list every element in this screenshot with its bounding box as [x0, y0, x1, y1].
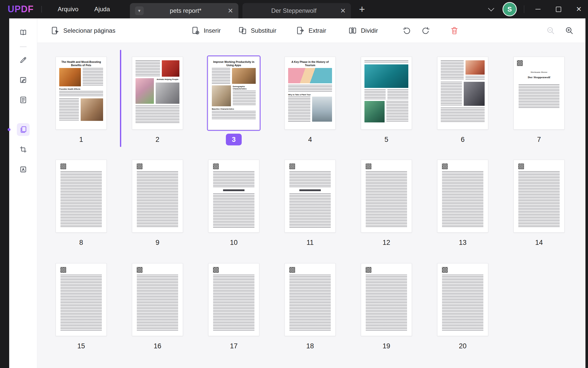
thumb-image: [464, 82, 485, 106]
menu-ajuda[interactable]: Ajuda: [94, 6, 110, 13]
zoom-in-button[interactable]: [565, 26, 574, 35]
thumb-text-lines: [289, 275, 331, 330]
page-cell-5: 5: [361, 57, 412, 145]
thumb-image: [465, 60, 485, 75]
rotate-right-button[interactable]: [421, 26, 430, 35]
sidebar-item-form[interactable]: [17, 94, 30, 106]
extract-button[interactable]: Extrair: [296, 26, 326, 35]
thumb-text-lines: [212, 111, 256, 119]
page-cell-9: 9: [132, 160, 183, 248]
tab-close-icon[interactable]: ✕: [340, 7, 346, 14]
thumb-image: [156, 83, 179, 104]
page-thumbnail[interactable]: [285, 263, 336, 336]
page-number: 14: [531, 237, 547, 248]
page-thumbnail[interactable]: Animals Helping People: [132, 57, 183, 130]
form-icon: [19, 96, 27, 104]
page-cell-8: 8: [56, 160, 107, 248]
tab-pets-report[interactable]: ▾ pets report* ✕: [130, 3, 238, 18]
split-button[interactable]: Dividir: [348, 26, 378, 35]
page-number: 11: [302, 237, 318, 248]
qr-code: [442, 267, 448, 273]
thumb-text-lines: [136, 106, 179, 123]
new-tab-button[interactable]: +: [359, 4, 365, 14]
thumb-image: [364, 64, 408, 88]
qr-code: [60, 164, 66, 169]
tab-close-icon[interactable]: ✕: [228, 7, 233, 14]
tab-dropdown-icon[interactable]: ▾: [135, 6, 144, 15]
page-number: 10: [226, 237, 242, 248]
reader-icon: [19, 28, 27, 37]
page-thumbnail[interactable]: [437, 160, 488, 233]
sidebar-item-annotate[interactable]: [17, 54, 30, 66]
page-number: 12: [378, 237, 394, 248]
titlebar: UPDF Arquivo Ajuda ▾ pets report* ✕ Der …: [0, 0, 588, 18]
page-number: 6: [455, 134, 471, 145]
minimize-button[interactable]: [531, 3, 545, 16]
sidebar-item-edit[interactable]: [17, 74, 30, 86]
page-thumbnail[interactable]: [132, 160, 183, 233]
qr-code: [518, 164, 524, 169]
menu-arquivo[interactable]: Arquivo: [58, 6, 78, 13]
select-pages-icon: [51, 26, 59, 35]
thumbnail-row: The Health and Mood-Boosting Benefits of…: [56, 57, 565, 145]
page-thumbnail[interactable]: [361, 57, 412, 130]
thumb-image: [59, 68, 81, 86]
page-thumbnail[interactable]: [361, 263, 412, 336]
insert-button[interactable]: Inserir: [191, 26, 221, 35]
qr-code: [289, 164, 295, 169]
user-avatar[interactable]: S: [503, 2, 517, 16]
page-cell-15: 15: [56, 263, 107, 352]
page-thumbnail[interactable]: [285, 160, 336, 233]
page-thumbnail[interactable]: [437, 57, 488, 130]
rotate-left-button[interactable]: [402, 26, 411, 35]
thumb-heading-bar: [223, 189, 244, 191]
page-thumbnail[interactable]: Hermann Hesse Der Steppenwolf: [513, 57, 565, 130]
page-thumbnail[interactable]: [208, 263, 259, 336]
sidebar-item-reader[interactable]: [17, 26, 30, 39]
select-pages-button[interactable]: Selecionar páginas: [51, 26, 115, 35]
thumb-text-lines: [212, 68, 230, 84]
thumb-heading-bar: [299, 189, 321, 191]
titlebar-separator: [524, 5, 524, 13]
qr-code: [213, 164, 219, 169]
pages-grid: The Health and Mood-Boosting Benefits of…: [37, 43, 585, 368]
close-button[interactable]: ✕: [572, 3, 585, 16]
qr-code: [517, 60, 523, 66]
page-thumbnail[interactable]: Improve Working Productivity in Using Ap…: [208, 57, 259, 130]
page-thumbnail[interactable]: [208, 160, 259, 233]
thumb-subhead: Why to Take a Plant Tour: [288, 94, 332, 96]
replace-button[interactable]: Substituir: [238, 26, 276, 35]
thumb-text-lines: [289, 193, 331, 228]
page-thumbnail[interactable]: [361, 160, 412, 233]
page-cell-16: 16: [132, 263, 183, 352]
sidebar-item-crop[interactable]: [17, 143, 30, 156]
page-number: 15: [73, 340, 89, 352]
page-thumbnail[interactable]: A Key Phase in the History of Tourism Wh…: [285, 57, 336, 130]
thumb-text-lines: [465, 76, 485, 80]
qr-code: [366, 164, 371, 169]
page-number: 1: [73, 134, 89, 145]
page-cell-14: 14: [513, 160, 565, 248]
page-thumbnail[interactable]: [56, 160, 107, 233]
sidebar-item-organize-pages[interactable]: [17, 123, 30, 136]
sidebar-item-ocr[interactable]: [17, 163, 30, 176]
ocr-icon: [19, 165, 27, 174]
page-thumbnail[interactable]: [513, 160, 565, 233]
zoom-out-button[interactable]: [546, 26, 555, 35]
replace-page-icon: [238, 26, 247, 35]
delete-pages-button[interactable]: [450, 26, 459, 35]
thumb-image: [288, 68, 332, 83]
thumb-subhead: Demographic Characteristics: [233, 85, 256, 90]
page-number: 2: [150, 134, 165, 145]
page-thumbnail[interactable]: [132, 263, 183, 336]
tab-der-steppenwolf[interactable]: Der Steppenwolf ✕: [242, 3, 351, 18]
page-thumbnail[interactable]: The Health and Mood-Boosting Benefits of…: [56, 57, 107, 130]
page-thumbnail[interactable]: [56, 263, 107, 336]
chevron-down-icon[interactable]: [488, 5, 494, 11]
thumb-text-lines: [518, 171, 560, 227]
page-thumbnail[interactable]: [437, 263, 488, 336]
left-sidebar: [9, 18, 37, 368]
thumbnail-row: 8 9 10 11 12 13 14: [56, 160, 565, 248]
maximize-button[interactable]: [552, 3, 565, 16]
pencil-icon: [19, 56, 27, 64]
